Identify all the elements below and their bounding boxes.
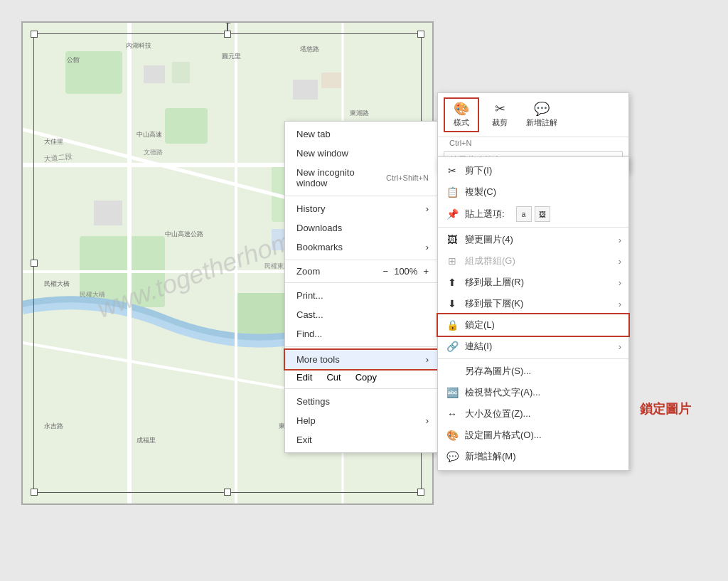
handle-bm[interactable] xyxy=(224,489,231,496)
chrome-browser-menu: New tab New window New incognito window … xyxy=(284,121,441,453)
ctx-alt-text[interactable]: 🔤 檢視替代文字(A)... xyxy=(438,382,628,403)
ctrl-n-hint: Ctrl+N xyxy=(438,137,628,149)
menu-downloads[interactable]: Downloads xyxy=(285,218,440,238)
ctx-change-image[interactable]: 🖼 變更圖片(4) › xyxy=(438,229,628,250)
menu-print[interactable]: Print... xyxy=(285,286,440,305)
change-image-icon: 🖼 xyxy=(445,233,459,247)
alt-text-icon: 🔤 xyxy=(445,385,459,400)
ctx-add-comment[interactable]: 💬 新增註解(M) xyxy=(438,446,628,467)
add-comment-icon: 💬 xyxy=(445,449,459,464)
ctx-cut[interactable]: ✂ 剪下(I) xyxy=(438,160,628,181)
arrow-group: › xyxy=(619,256,621,267)
context-menu-main: ✂ 剪下(I) 📋 複製(C) 📌 貼上選項: a 🖼 🖼 變更圖片(4) › xyxy=(437,156,629,471)
ctx-btn-crop[interactable]: ✂ 裁剪 xyxy=(482,99,518,131)
arrow-link: › xyxy=(619,341,621,352)
ctx-send-back[interactable]: ⬇ 移到最下層(K) › xyxy=(438,293,628,314)
ctx-paste-options[interactable]: 📌 貼上選項: a 🖼 xyxy=(438,203,628,225)
menu-settings[interactable]: Settings xyxy=(285,392,440,411)
menu-edit-row: Edit Cut Copy xyxy=(285,369,440,385)
handle-tr[interactable] xyxy=(417,31,424,38)
context-toolbar-area: 🎨 樣式 ✂ 裁剪 💬 新增註解 xyxy=(438,93,628,137)
size-position-icon: ↔ xyxy=(445,407,459,421)
lock-icon: 🔒 xyxy=(445,318,459,332)
menu-cast[interactable]: Cast... xyxy=(285,305,440,324)
style-icon: 🎨 xyxy=(454,102,469,117)
zoom-minus[interactable]: − xyxy=(383,266,389,277)
handle-bl[interactable] xyxy=(31,489,38,496)
ctx-size-position[interactable]: ↔ 大小及位置(Z)... xyxy=(438,403,628,425)
save-image-icon xyxy=(445,364,459,378)
handle-tl[interactable] xyxy=(31,31,38,38)
menu-find[interactable]: Find... xyxy=(285,324,440,343)
ctx-btn-style[interactable]: 🎨 樣式 xyxy=(444,97,479,132)
handle-tm[interactable] xyxy=(224,31,231,38)
paste-opt-1[interactable]: a xyxy=(516,206,532,222)
cut-icon: ✂ xyxy=(445,164,459,178)
menu-zoom: Zoom − 100% + xyxy=(285,263,440,279)
paste-opt-2[interactable]: 🖼 xyxy=(535,206,550,222)
separator-4 xyxy=(285,346,440,347)
menu-new-tab[interactable]: New tab xyxy=(285,124,440,144)
arrow-change-image: › xyxy=(619,235,621,245)
ctx-btn-comment[interactable]: 💬 新增註解 xyxy=(520,99,563,131)
bring-front-icon: ⬆ xyxy=(445,275,459,289)
menu-history[interactable]: History › xyxy=(285,199,440,218)
ctx-save-image[interactable]: 另存為圖片(S)... xyxy=(438,361,628,382)
menu-new-window[interactable]: New window xyxy=(285,144,440,163)
separator-5 xyxy=(285,388,440,389)
ctx-sep-2 xyxy=(438,358,628,359)
ctx-format-image[interactable]: 🎨 設定圖片格式(O)... xyxy=(438,425,628,446)
send-back-icon: ⬇ xyxy=(445,297,459,311)
ctx-lock[interactable]: 🔒 鎖定(L) xyxy=(438,314,628,336)
menu-help[interactable]: Help › xyxy=(285,411,440,430)
handle-br[interactable] xyxy=(417,489,424,496)
menu-exit[interactable]: Exit xyxy=(285,430,440,449)
crop-icon: ✂ xyxy=(495,102,505,117)
ctx-sep-1 xyxy=(438,227,628,228)
menu-bookmarks[interactable]: Bookmarks › xyxy=(285,238,440,257)
ctx-link[interactable]: 🔗 連結(I) › xyxy=(438,336,628,357)
handle-ml[interactable] xyxy=(31,260,38,267)
ctx-bring-front[interactable]: ⬆ 移到最上層(R) › xyxy=(438,272,628,293)
zoom-level: 100% xyxy=(394,266,417,277)
menu-cut[interactable]: Cut xyxy=(326,372,341,383)
separator-3 xyxy=(285,282,440,283)
group-icon: ⊞ xyxy=(445,254,459,268)
copy-icon: 📋 xyxy=(445,185,459,199)
rotation-handle[interactable] xyxy=(227,21,228,31)
separator-1 xyxy=(285,196,440,196)
ctx-copy[interactable]: 📋 複製(C) xyxy=(438,181,628,203)
menu-new-incognito[interactable]: New incognito window Ctrl+Shift+N xyxy=(285,163,440,193)
zoom-controls: − 100% + xyxy=(383,266,429,277)
arrow-back: › xyxy=(619,299,621,309)
menu-copy[interactable]: Copy xyxy=(355,372,377,383)
arrow-front: › xyxy=(619,277,621,288)
link-icon: 🔗 xyxy=(445,339,459,353)
comment-add-icon: 💬 xyxy=(534,102,550,117)
format-image-icon: 🎨 xyxy=(445,428,459,442)
ctx-group[interactable]: ⊞ 組成群組(G) › xyxy=(438,250,628,272)
separator-2 xyxy=(285,260,440,260)
paste-icon: 📌 xyxy=(445,207,459,221)
menu-more-tools[interactable]: More tools › xyxy=(285,350,440,369)
zoom-plus[interactable]: + xyxy=(423,266,429,277)
lock-label: 鎖定圖片 xyxy=(640,400,691,417)
